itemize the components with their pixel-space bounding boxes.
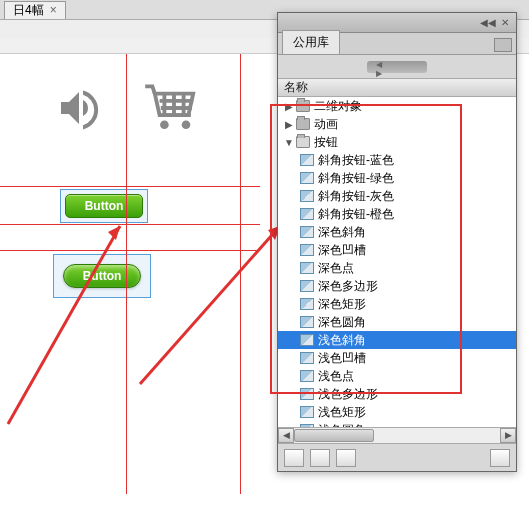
tree-item-label: 深色多边形 bbox=[318, 278, 378, 295]
tab-title: 日4幅 bbox=[13, 2, 44, 19]
tree-item-label: 深色圆角 bbox=[318, 314, 366, 331]
scroll-left-icon[interactable]: ◀ bbox=[278, 428, 294, 443]
tree-item-label: 浅色多边形 bbox=[318, 386, 378, 403]
expand-icon[interactable]: ▼ bbox=[284, 137, 294, 148]
symbol-icon bbox=[300, 190, 314, 202]
horizontal-scrollbar[interactable]: ◀ ▶ bbox=[278, 427, 516, 443]
tree-item-label: 浅色斜角 bbox=[318, 332, 366, 349]
tree-item[interactable]: 浅色斜角 bbox=[278, 331, 516, 349]
tree-item-label: 深色凹槽 bbox=[318, 242, 366, 259]
symbol-icon bbox=[300, 352, 314, 364]
symbol-icon bbox=[300, 280, 314, 292]
symbol-icon bbox=[300, 424, 314, 427]
speaker-icon[interactable] bbox=[55, 84, 103, 132]
tree-item[interactable]: 深色斜角 bbox=[278, 223, 516, 241]
guide-line bbox=[0, 250, 260, 251]
symbol-icon bbox=[300, 388, 314, 400]
tree-item[interactable]: ▶动画 bbox=[278, 115, 516, 133]
tree-item[interactable]: 斜角按钮-蓝色 bbox=[278, 151, 516, 169]
close-icon[interactable]: ✕ bbox=[498, 17, 512, 28]
collapse-icon[interactable]: ◀◀ bbox=[480, 17, 494, 28]
guide-line bbox=[126, 54, 127, 494]
symbol-icon bbox=[300, 406, 314, 418]
folder-icon bbox=[296, 118, 310, 130]
tree-item[interactable]: 斜角按钮-橙色 bbox=[278, 205, 516, 223]
tree-item-label: 深色矩形 bbox=[318, 296, 366, 313]
panel-tabs: 公用库 bbox=[278, 33, 516, 55]
close-icon[interactable]: × bbox=[50, 3, 57, 17]
tree-item[interactable]: 深色点 bbox=[278, 259, 516, 277]
scroll-thumb[interactable] bbox=[294, 429, 374, 442]
svg-point-0 bbox=[160, 120, 169, 129]
tree-item[interactable]: 斜角按钮-绿色 bbox=[278, 169, 516, 187]
new-symbol-button[interactable] bbox=[284, 449, 304, 467]
symbol-icon bbox=[300, 298, 314, 310]
scroll-right-icon[interactable]: ▶ bbox=[500, 428, 516, 443]
cart-icon[interactable] bbox=[145, 84, 203, 132]
symbol-icon bbox=[300, 172, 314, 184]
tree-item-label: 按钮 bbox=[314, 134, 338, 151]
new-folder-button[interactable] bbox=[310, 449, 330, 467]
tree-item[interactable]: 浅色圆角 bbox=[278, 421, 516, 427]
panel-toolbar bbox=[278, 55, 516, 79]
folder-icon bbox=[296, 100, 310, 112]
document-tab[interactable]: 日4幅 × bbox=[4, 1, 66, 19]
tree-item-label: 斜角按钮-绿色 bbox=[318, 170, 394, 187]
tree-item-label: 斜角按钮-蓝色 bbox=[318, 152, 394, 169]
tree-item-label: 二维对象 bbox=[314, 98, 362, 115]
tree-item[interactable]: 浅色点 bbox=[278, 367, 516, 385]
tree-item[interactable]: 浅色多边形 bbox=[278, 385, 516, 403]
tree-item-label: 动画 bbox=[314, 116, 338, 133]
tree-item-label: 浅色凹槽 bbox=[318, 350, 366, 367]
tree-item-label: 浅色点 bbox=[318, 368, 354, 385]
svg-point-1 bbox=[182, 120, 191, 129]
tree-item[interactable]: 深色矩形 bbox=[278, 295, 516, 313]
tree-item[interactable]: 浅色凹槽 bbox=[278, 349, 516, 367]
column-header-name[interactable]: 名称 bbox=[278, 79, 516, 97]
tree-item[interactable]: 浅色矩形 bbox=[278, 403, 516, 421]
preview-slider[interactable] bbox=[367, 61, 427, 73]
svg-marker-3 bbox=[108, 226, 120, 240]
guide-line bbox=[240, 54, 241, 494]
tree-item[interactable]: ▶二维对象 bbox=[278, 97, 516, 115]
scroll-track[interactable] bbox=[294, 428, 500, 443]
guide-line bbox=[0, 186, 260, 187]
library-panel: ◀◀ ✕ 公用库 名称 ▶二维对象▶动画▼按钮斜角按钮-蓝色斜角按钮-绿色斜角按… bbox=[277, 12, 517, 472]
tree-item-label: 浅色矩形 bbox=[318, 404, 366, 421]
symbol-icon bbox=[300, 208, 314, 220]
tree-item-label: 斜角按钮-灰色 bbox=[318, 188, 394, 205]
tree-item[interactable]: ▼按钮 bbox=[278, 133, 516, 151]
expand-icon[interactable]: ▶ bbox=[284, 101, 294, 112]
tree-item-label: 深色斜角 bbox=[318, 224, 366, 241]
tree-item[interactable]: 深色圆角 bbox=[278, 313, 516, 331]
tree-item[interactable]: 斜角按钮-灰色 bbox=[278, 187, 516, 205]
panel-footer bbox=[278, 443, 516, 471]
symbol-icon bbox=[300, 244, 314, 256]
symbol-icon bbox=[300, 334, 314, 346]
annotation-arrow bbox=[0, 214, 140, 434]
library-tree[interactable]: ▶二维对象▶动画▼按钮斜角按钮-蓝色斜角按钮-绿色斜角按钮-灰色斜角按钮-橙色深… bbox=[278, 97, 516, 427]
tree-item[interactable]: 深色多边形 bbox=[278, 277, 516, 295]
guide-line bbox=[0, 224, 260, 225]
symbol-icon bbox=[300, 262, 314, 274]
delete-button[interactable] bbox=[490, 449, 510, 467]
button-instance-1[interactable]: Button bbox=[65, 194, 143, 218]
button-instance-2[interactable]: Button bbox=[63, 264, 141, 288]
tree-item-label: 浅色圆角 bbox=[318, 422, 366, 428]
tree-item-label: 深色点 bbox=[318, 260, 354, 277]
tree-item[interactable]: 深色凹槽 bbox=[278, 241, 516, 259]
symbol-icon bbox=[300, 370, 314, 382]
folder-icon bbox=[296, 136, 310, 148]
symbol-icon bbox=[300, 226, 314, 238]
tree-item-label: 斜角按钮-橙色 bbox=[318, 206, 394, 223]
tab-library[interactable]: 公用库 bbox=[282, 30, 340, 54]
annotation-arrow bbox=[130, 214, 300, 394]
symbol-icon bbox=[300, 316, 314, 328]
symbol-icon bbox=[300, 154, 314, 166]
expand-icon[interactable]: ▶ bbox=[284, 119, 294, 130]
panel-options-icon[interactable] bbox=[494, 38, 512, 52]
properties-button[interactable] bbox=[336, 449, 356, 467]
